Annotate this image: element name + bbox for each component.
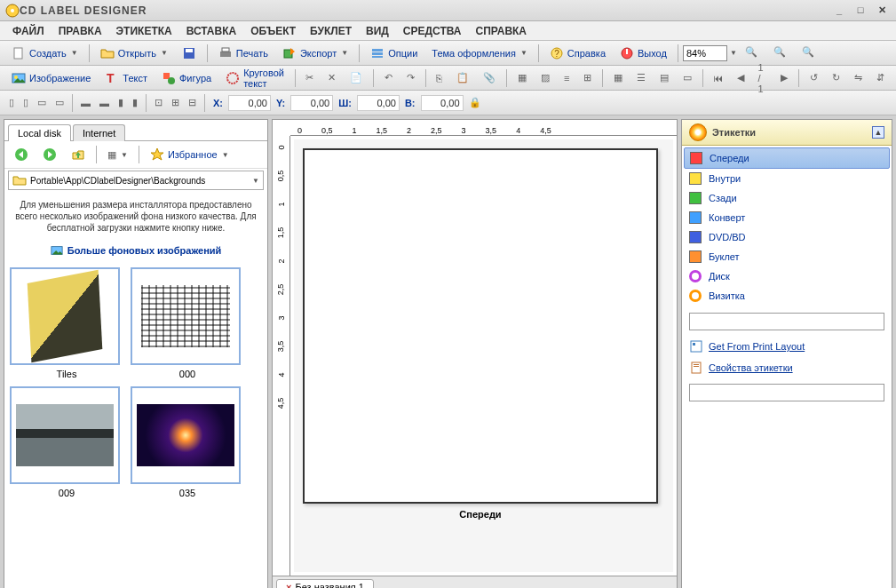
zoom-in-button[interactable]: 🔍 — [739, 44, 765, 63]
ungroup-button[interactable]: ▨ — [535, 68, 556, 88]
group-button[interactable]: ▦ — [511, 68, 533, 88]
prev-page-button[interactable]: ◀ — [731, 68, 750, 88]
align-button[interactable]: ≡ — [558, 68, 575, 88]
design-canvas[interactable] — [303, 148, 658, 504]
label-item-3[interactable]: Конверт — [684, 208, 890, 227]
tab-internet[interactable]: Internet — [73, 124, 125, 141]
close-button[interactable]: ✕ — [873, 4, 891, 16]
first-page-button[interactable]: ⏮ — [707, 68, 729, 88]
zoom-out-button[interactable]: 🔍 — [767, 44, 794, 63]
al2[interactable]: ▯ — [20, 93, 32, 113]
snap-button[interactable]: ▤ — [654, 68, 675, 88]
x-input[interactable] — [228, 95, 271, 111]
thumb-000[interactable]: 000 — [131, 267, 244, 379]
menu-edit[interactable]: ПРАВКА — [53, 23, 107, 39]
open-button[interactable]: Открыть ▼ — [94, 44, 174, 63]
al4[interactable]: ▭ — [52, 93, 67, 113]
copy-button[interactable]: ⎘ — [430, 68, 448, 88]
undo-button[interactable]: ↶ — [378, 68, 399, 88]
grid-button[interactable]: ▦ — [607, 68, 629, 88]
cut-button[interactable]: ✂ — [299, 68, 320, 88]
al10[interactable]: ⊞ — [168, 93, 183, 113]
print-button[interactable]: Печать — [212, 44, 274, 63]
w-input[interactable] — [357, 95, 400, 111]
clip-button[interactable]: 📎 — [477, 68, 502, 88]
label-select-2[interactable] — [689, 384, 884, 401]
help-button[interactable]: ? Справка — [543, 44, 612, 63]
props-button[interactable]: 📄 — [344, 68, 369, 88]
menu-file[interactable]: ФАЙЛ — [7, 23, 50, 39]
theme-button[interactable]: Тема оформления ▼ — [425, 44, 534, 63]
label-item-0[interactable]: Спереди — [684, 147, 890, 169]
zoom-fit-button[interactable]: 🔍 — [796, 44, 822, 63]
al3[interactable]: ▭ — [34, 93, 50, 113]
label-select-1[interactable] — [689, 313, 884, 330]
layers-button[interactable]: ☰ — [630, 68, 652, 88]
al6[interactable]: ▬ — [96, 93, 113, 113]
label-props-link[interactable]: Свойства этикетки — [682, 357, 892, 378]
insert-shape-button[interactable]: Фигура — [155, 68, 218, 88]
zoom-input[interactable] — [683, 45, 727, 61]
al11[interactable]: ⊟ — [185, 93, 200, 113]
zoom-dropdown[interactable]: ▼ — [730, 49, 737, 57]
thumb-035[interactable]: 035 — [131, 386, 244, 498]
nav-back-button[interactable] — [8, 145, 35, 164]
al1[interactable]: ▯ — [5, 93, 18, 113]
insert-text-button[interactable]: T Текст — [99, 68, 154, 88]
thumb-tiles[interactable]: Tiles — [10, 267, 123, 379]
canvas-area[interactable]: 00,511,522,533,544,5 00,511,522,533,544,… — [272, 119, 678, 576]
menu-help[interactable]: СПРАВКА — [470, 23, 532, 39]
flip-h-button[interactable]: ⇋ — [848, 68, 868, 88]
path-box[interactable]: Portable\App\CDlabelDesigner\Backgrounds… — [8, 171, 264, 190]
redo-button[interactable]: ↷ — [400, 68, 421, 88]
exit-button[interactable]: Выход — [614, 44, 673, 63]
nav-fwd-button[interactable] — [36, 145, 63, 164]
label-item-6[interactable]: Диск — [684, 266, 890, 286]
doc-close-icon[interactable]: × — [286, 582, 291, 589]
insert-image-button[interactable]: Изображение — [5, 68, 97, 88]
h-input[interactable] — [421, 95, 464, 111]
rotate-right-button[interactable]: ↻ — [826, 68, 846, 88]
path-dropdown[interactable]: ▼ — [252, 177, 259, 185]
collapse-button[interactable]: ▲ — [872, 126, 884, 139]
menu-booklet[interactable]: БУКЛЕТ — [305, 23, 357, 39]
flip-v-button[interactable]: ⇵ — [870, 68, 891, 88]
label-item-2[interactable]: Сзади — [684, 188, 890, 208]
thumb-009[interactable]: 009 — [10, 386, 123, 498]
label-item-4[interactable]: DVD/BD — [684, 227, 890, 247]
lock-button[interactable]: 🔒 — [465, 93, 485, 113]
delete-button[interactable]: ✕ — [321, 68, 342, 88]
label-item-7[interactable]: Визитка — [684, 286, 890, 306]
menu-tools[interactable]: СРЕДСТВА — [398, 23, 467, 39]
nav-up-button[interactable] — [65, 145, 91, 164]
maximize-button[interactable]: □ — [852, 4, 869, 16]
menu-object[interactable]: ОБЪЕКТ — [245, 23, 301, 39]
options-button[interactable]: Опции — [364, 44, 424, 63]
label-item-5[interactable]: Буклет — [684, 247, 890, 266]
insert-circtext-button[interactable]: Круговой текст — [219, 68, 290, 88]
dist-button[interactable]: ⊞ — [577, 68, 598, 88]
view-mode-button[interactable]: ▦▼ — [101, 145, 134, 164]
menu-insert[interactable]: ВСТАВКА — [181, 23, 242, 39]
label-item-1[interactable]: Внутри — [684, 169, 890, 188]
save-button[interactable] — [176, 44, 202, 63]
paste-button[interactable]: 📋 — [450, 68, 475, 88]
menu-label[interactable]: ЭТИКЕТКА — [111, 23, 178, 39]
export-button[interactable]: Экспорт ▼ — [276, 44, 354, 63]
new-button[interactable]: Создать ▼ — [5, 44, 84, 63]
y-input[interactable] — [290, 95, 333, 111]
minimize-button[interactable]: _ — [830, 4, 848, 16]
tab-local-disk[interactable]: Local disk — [8, 124, 71, 141]
rotate-left-button[interactable]: ↺ — [804, 68, 824, 88]
document-tab[interactable]: × Без названия 1 — [276, 579, 374, 589]
more-backgrounds-link[interactable]: Больше фоновых изображений — [51, 245, 222, 256]
get-from-print-link[interactable]: Get From Print Layout — [682, 336, 892, 357]
favorites-button[interactable]: Избранное ▼ — [144, 145, 235, 164]
al8[interactable]: ▮ — [129, 93, 141, 113]
menu-view[interactable]: ВИД — [361, 23, 394, 39]
ruler-button[interactable]: ▭ — [677, 68, 698, 88]
next-page-button[interactable]: ▶ — [774, 68, 794, 88]
al5[interactable]: ▬ — [77, 93, 94, 113]
al7[interactable]: ▮ — [115, 93, 127, 113]
al9[interactable]: ⊡ — [151, 93, 166, 113]
